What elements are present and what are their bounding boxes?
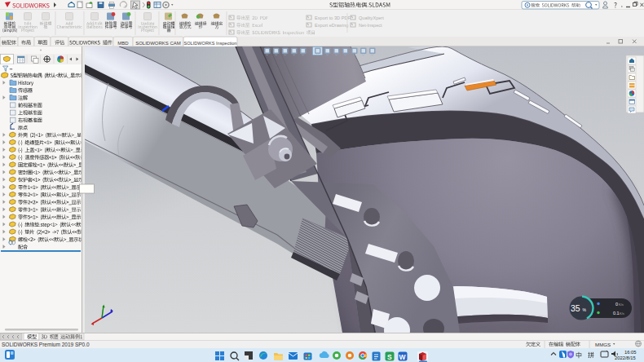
svg-text:MMGS: MMGS bbox=[595, 342, 611, 347]
svg-text:SOLIDWORKS Premium 2019 SP0.0: SOLIDWORKS Premium 2019 SP0.0 bbox=[2, 342, 90, 347]
svg-text:Net-Inspect: Net-Inspect bbox=[359, 23, 382, 28]
svg-text:S: S bbox=[387, 353, 392, 361]
svg-text:MBD: MBD bbox=[117, 41, 129, 46]
svg-text:SOLIDWORKS CAM: SOLIDWORKS CAM bbox=[135, 41, 181, 46]
svg-text:W: W bbox=[399, 353, 407, 361]
svg-text:QualityXpert: QualityXpert bbox=[359, 15, 384, 20]
svg-text:16:05: 16:05 bbox=[624, 350, 637, 355]
svg-text:SOLIDWORKS Inspection: SOLIDWORKS Inspection bbox=[184, 41, 237, 46]
svg-text:Export to 3D PDF: Export to 3D PDF bbox=[315, 15, 351, 20]
svg-text:2022/8/15: 2022/8/15 bbox=[615, 355, 636, 360]
svg-text:Export eDrawing: Export eDrawing bbox=[315, 23, 348, 28]
